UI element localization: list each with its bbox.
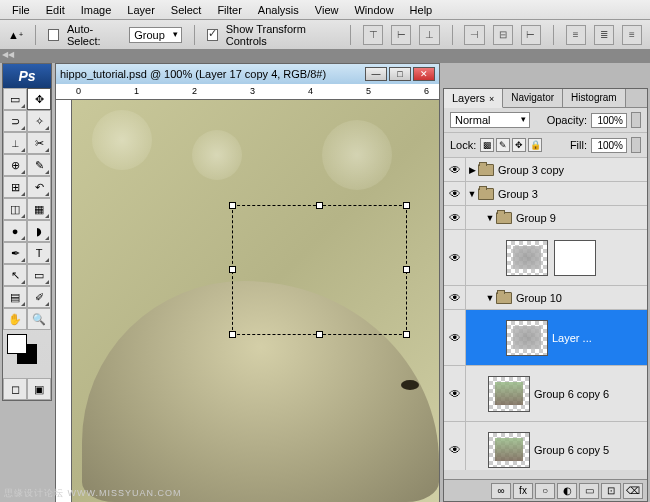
menu-edit[interactable]: Edit [38, 2, 73, 18]
opacity-input[interactable]: 100% [591, 113, 627, 128]
twisty-icon[interactable]: ▼ [466, 189, 478, 199]
align-bottom-icon[interactable]: ⊥ [419, 25, 439, 45]
visibility-icon[interactable]: 👁 [449, 251, 461, 265]
blend-mode-dropdown[interactable]: Normal [450, 112, 530, 128]
visibility-icon[interactable]: 👁 [449, 187, 461, 201]
tab-histogram[interactable]: Histogram [563, 89, 626, 107]
layer-name[interactable]: Group 10 [516, 292, 562, 304]
transform-handle-tr[interactable] [403, 202, 410, 209]
align-top-icon[interactable]: ⊤ [363, 25, 383, 45]
twisty-icon[interactable]: ▼ [484, 293, 496, 303]
visibility-icon[interactable]: 👁 [449, 291, 461, 305]
maximize-button[interactable]: □ [389, 67, 411, 81]
layer-item[interactable]: 👁 Group 6 copy 6 [444, 366, 647, 422]
menu-file[interactable]: File [4, 2, 38, 18]
lock-position-icon[interactable]: ✥ [512, 138, 526, 152]
transform-box[interactable] [232, 205, 407, 335]
twisty-icon[interactable]: ▼ [484, 213, 496, 223]
document-titlebar[interactable]: hippo_tutorial.psd @ 100% (Layer 17 copy… [56, 64, 439, 84]
menu-select[interactable]: Select [163, 2, 210, 18]
tab-navigator[interactable]: Navigator [503, 89, 563, 107]
lock-transparency-icon[interactable]: ▩ [480, 138, 494, 152]
visibility-icon[interactable]: 👁 [449, 163, 461, 177]
distribute-top-icon[interactable]: ≡ [566, 25, 586, 45]
eyedropper-tool[interactable]: ✐ [27, 286, 51, 308]
mask-thumbnail[interactable] [554, 240, 596, 276]
path-select-tool[interactable]: ↖ [3, 264, 27, 286]
dodge-tool[interactable]: ◗ [27, 220, 51, 242]
stamp-tool[interactable]: ⊞ [3, 176, 27, 198]
slice-tool[interactable]: ✂ [27, 132, 51, 154]
fill-input[interactable]: 100% [591, 138, 627, 153]
layer-thumbnail[interactable] [488, 432, 530, 468]
canvas[interactable] [72, 100, 439, 502]
align-right-icon[interactable]: ⊢ [521, 25, 541, 45]
transform-handle-tl[interactable] [229, 202, 236, 209]
transform-handle-bc[interactable] [316, 331, 323, 338]
visibility-icon[interactable]: 👁 [449, 443, 461, 457]
menu-window[interactable]: Window [346, 2, 401, 18]
layer-group[interactable]: 👁 ▼ Group 10 [444, 286, 647, 310]
align-vcenter-icon[interactable]: ⊢ [391, 25, 411, 45]
hand-tool[interactable]: ✋ [3, 308, 27, 330]
wand-tool[interactable]: ✧ [27, 110, 51, 132]
visibility-icon[interactable]: 👁 [449, 211, 461, 225]
visibility-icon[interactable]: 👁 [449, 387, 461, 401]
eraser-tool[interactable]: ◫ [3, 198, 27, 220]
new-group-icon[interactable]: ▭ [579, 483, 599, 499]
layer-name[interactable]: Group 9 [516, 212, 556, 224]
tab-layers[interactable]: Layers× [444, 89, 503, 108]
transform-handle-ml[interactable] [229, 266, 236, 273]
blur-tool[interactable]: ● [3, 220, 27, 242]
menu-filter[interactable]: Filter [209, 2, 249, 18]
gradient-tool[interactable]: ▦ [27, 198, 51, 220]
layer-name[interactable]: Group 3 [498, 188, 538, 200]
close-icon[interactable]: × [489, 94, 494, 104]
align-hcenter-icon[interactable]: ⊟ [493, 25, 513, 45]
layer-name[interactable]: Layer ... [552, 332, 592, 344]
type-tool[interactable]: T [27, 242, 51, 264]
auto-select-checkbox[interactable] [48, 29, 59, 41]
lock-all-icon[interactable]: 🔒 [528, 138, 542, 152]
menu-analysis[interactable]: Analysis [250, 2, 307, 18]
notes-tool[interactable]: ▤ [3, 286, 27, 308]
pen-tool[interactable]: ✒ [3, 242, 27, 264]
transform-handle-bl[interactable] [229, 331, 236, 338]
transform-handle-tc[interactable] [316, 202, 323, 209]
layer-mask-icon[interactable]: ○ [535, 483, 555, 499]
foreground-swatch[interactable] [7, 334, 27, 354]
layer-thumbnail[interactable] [488, 376, 530, 412]
layer-tree[interactable]: 👁 ▶ Group 3 copy 👁 ▼ Group 3 👁 ▼ Group 9… [444, 158, 647, 470]
fill-spinner[interactable] [631, 137, 641, 153]
layer-item[interactable]: 👁 Group 6 copy 5 [444, 422, 647, 470]
new-layer-icon[interactable]: ⊡ [601, 483, 621, 499]
menu-layer[interactable]: Layer [119, 2, 163, 18]
lock-pixels-icon[interactable]: ✎ [496, 138, 510, 152]
visibility-icon[interactable]: 👁 [449, 331, 461, 345]
move-tool[interactable]: ✥ [27, 88, 51, 110]
brush-tool[interactable]: ✎ [27, 154, 51, 176]
heal-tool[interactable]: ⊕ [3, 154, 27, 176]
distribute-vcenter-icon[interactable]: ≣ [594, 25, 614, 45]
adjustment-layer-icon[interactable]: ◐ [557, 483, 577, 499]
lasso-tool[interactable]: ⊃ [3, 110, 27, 132]
menu-view[interactable]: View [307, 2, 347, 18]
twisty-icon[interactable]: ▶ [466, 165, 478, 175]
layer-thumbnail[interactable] [506, 240, 548, 276]
layer-item-selected[interactable]: 👁 Layer ... [444, 310, 647, 366]
layer-group[interactable]: 👁 ▼ Group 3 [444, 182, 647, 206]
layer-item[interactable]: 👁 [444, 230, 647, 286]
layer-name[interactable]: Group 6 copy 5 [534, 444, 609, 456]
panel-dock-strip[interactable] [0, 50, 650, 63]
layer-name[interactable]: Group 6 copy 6 [534, 388, 609, 400]
auto-select-dropdown[interactable]: Group [129, 27, 182, 43]
color-swatches[interactable] [3, 330, 51, 378]
menu-help[interactable]: Help [402, 2, 441, 18]
history-brush-tool[interactable]: ↶ [27, 176, 51, 198]
close-button[interactable]: ✕ [413, 67, 435, 81]
layer-group[interactable]: 👁 ▶ Group 3 copy [444, 158, 647, 182]
crop-tool[interactable]: ⟂ [3, 132, 27, 154]
layer-thumbnail[interactable] [506, 320, 548, 356]
transform-handle-mr[interactable] [403, 266, 410, 273]
shape-tool[interactable]: ▭ [27, 264, 51, 286]
